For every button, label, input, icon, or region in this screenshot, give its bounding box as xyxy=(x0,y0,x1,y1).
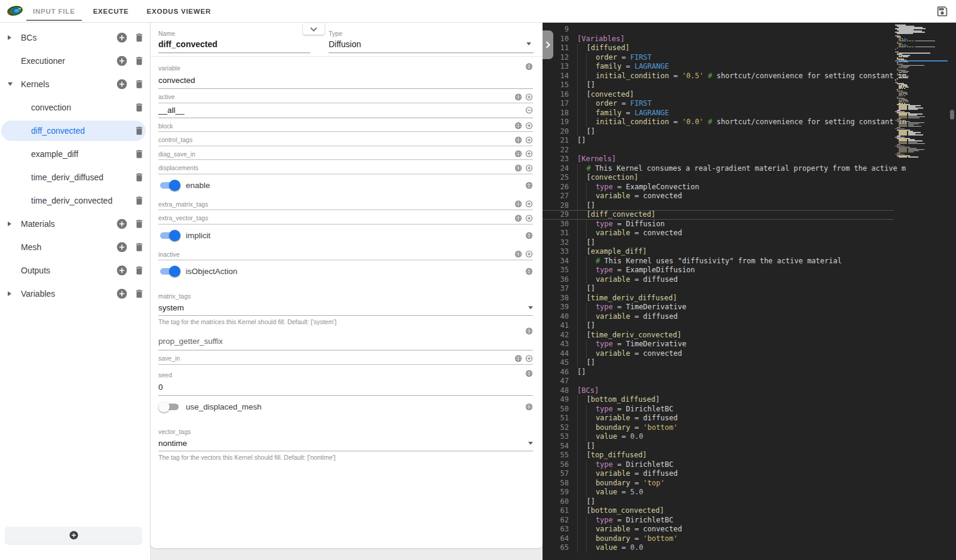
add-subblock-button[interactable] xyxy=(115,54,128,67)
delete-block-button[interactable] xyxy=(133,287,146,300)
code-line-65[interactable]: 65 value = 0.0 xyxy=(543,543,894,553)
code-line-13[interactable]: 13 family = LAGRANGE xyxy=(543,62,894,72)
code-line-39[interactable]: 39 type = TimeDerivative xyxy=(543,303,894,312)
code-line-44[interactable]: 44 variable = convected xyxy=(543,349,894,359)
code-line-62[interactable]: 62 type = DirichletBC xyxy=(543,516,894,525)
add-subblock-button[interactable] xyxy=(115,287,128,300)
globe-icon[interactable] xyxy=(514,355,522,362)
add-item-icon[interactable] xyxy=(525,93,533,101)
delete-block-button[interactable] xyxy=(133,78,146,91)
name-field[interactable]: Name diff_convected xyxy=(158,30,310,53)
code-line-23[interactable]: 23[Kernels] xyxy=(543,155,894,164)
code-line-37[interactable]: 37 [] xyxy=(543,284,894,294)
param-seed-input[interactable]: 0 xyxy=(158,383,533,392)
code-line-28[interactable]: 28 [] xyxy=(543,201,894,211)
add-item-icon[interactable] xyxy=(525,150,533,158)
code-line-54[interactable]: 54 [] xyxy=(543,442,894,451)
add-item-icon[interactable] xyxy=(525,214,533,222)
code-line-48[interactable]: 48[BCs] xyxy=(543,386,894,396)
delete-block-button[interactable] xyxy=(133,31,146,44)
globe-icon[interactable] xyxy=(525,267,533,275)
globe-icon[interactable] xyxy=(525,232,533,239)
code-line-33[interactable]: 33 [example_diff] xyxy=(543,247,894,257)
delete-block-button[interactable] xyxy=(133,147,146,161)
code-line-56[interactable]: 56 type = DirichletBC xyxy=(543,460,894,470)
code-line-35[interactable]: 35 type = ExampleDiffusion xyxy=(543,266,894,275)
expand-arrow[interactable] xyxy=(8,221,21,226)
remove-item-icon[interactable] xyxy=(525,106,533,114)
code-line-34[interactable]: 34 # This Kernel uses "diffusivity" from… xyxy=(543,257,894,266)
add-item-icon[interactable] xyxy=(525,136,533,144)
delete-block-button[interactable] xyxy=(133,264,146,277)
code-line-45[interactable]: 45 [] xyxy=(543,358,894,368)
code-line-31[interactable]: 31 variable = convected xyxy=(543,229,894,238)
param-prop-getter-suffix-input[interactable]: prop_getter_suffix xyxy=(158,337,533,346)
code-line-30[interactable]: 30 type = Diffusion xyxy=(543,220,894,229)
add-item-icon[interactable] xyxy=(525,355,533,362)
globe-icon[interactable] xyxy=(514,214,522,222)
sidebar-item-variables[interactable]: Variables xyxy=(1,284,146,304)
code-line-32[interactable]: 32 [] xyxy=(543,238,894,248)
minimap[interactable] xyxy=(895,24,948,560)
code-line-12[interactable]: 12 order = FIRST xyxy=(543,53,894,63)
code-line-15[interactable]: 15 [] xyxy=(543,81,894,90)
code-line-59[interactable]: 59 value = 5.0 xyxy=(543,488,894,497)
tab-exodus-viewer[interactable]: EXODUS VIEWER xyxy=(147,8,212,15)
globe-icon[interactable] xyxy=(514,200,522,208)
code-line-41[interactable]: 41 [] xyxy=(543,321,894,331)
code-line-40[interactable]: 40 variable = diffused xyxy=(543,312,894,322)
sidebar-item-diff-convected[interactable]: diff_convected xyxy=(1,121,146,141)
expand-arrow[interactable] xyxy=(8,35,21,40)
code-line-22[interactable]: 22 xyxy=(543,146,894,155)
globe-icon[interactable] xyxy=(514,122,522,130)
expand-arrow[interactable] xyxy=(8,82,21,86)
add-item-icon[interactable] xyxy=(525,250,533,258)
code-line-46[interactable]: 46[] xyxy=(543,368,894,377)
triangle-right-icon[interactable] xyxy=(8,221,11,226)
add-block-button[interactable] xyxy=(5,527,142,544)
expand-panel-button[interactable] xyxy=(543,30,553,59)
sidebar-item-time-deriv-diffused[interactable]: time_deriv_diffused xyxy=(1,167,146,187)
type-select[interactable]: Type Diffusion xyxy=(329,30,534,53)
triangle-right-icon[interactable] xyxy=(8,35,11,40)
scrollbar-thumb[interactable] xyxy=(950,110,954,119)
code-line-42[interactable]: 42 [time_deriv_convected] xyxy=(543,331,894,340)
code-line-64[interactable]: 64 boundary = 'bottom' xyxy=(543,534,894,544)
editor-scrollbar[interactable] xyxy=(948,23,956,560)
add-item-icon[interactable] xyxy=(525,200,533,208)
code-line-19[interactable]: 19 initial_condition = '0.0' # shortcut/… xyxy=(543,118,894,127)
code-line-49[interactable]: 49 [bottom_diffused] xyxy=(543,395,894,405)
code-line-38[interactable]: 38 [time_deriv_diffused] xyxy=(543,294,894,303)
sidebar-item-bcs[interactable]: BCs xyxy=(1,27,146,48)
globe-icon[interactable] xyxy=(525,63,533,70)
globe-icon[interactable] xyxy=(525,181,533,189)
param-use-displaced-mesh-toggle[interactable] xyxy=(158,401,180,413)
code-line-18[interactable]: 18 family = LAGRANGE xyxy=(543,109,894,118)
add-subblock-button[interactable] xyxy=(115,264,128,277)
tab-execute[interactable]: EXECUTE xyxy=(93,8,129,15)
code-line-53[interactable]: 53 value = 0.0 xyxy=(543,432,894,442)
code-line-50[interactable]: 50 type = DirichletBC xyxy=(543,405,894,414)
param-active-input[interactable]: __all__ xyxy=(158,106,185,115)
add-item-icon[interactable] xyxy=(525,122,533,130)
code-line-20[interactable]: 20 [] xyxy=(543,127,894,137)
delete-block-button[interactable] xyxy=(133,194,146,207)
delete-block-button[interactable] xyxy=(133,54,146,67)
code-line-58[interactable]: 58 boundary = 'top' xyxy=(543,479,894,488)
add-subblock-button[interactable] xyxy=(115,31,128,44)
sidebar-item-kernels[interactable]: Kernels xyxy=(1,74,146,94)
globe-icon[interactable] xyxy=(514,164,522,172)
param-matrix-tags-select[interactable]: matrix_tags system xyxy=(158,282,533,316)
code-line-24[interactable]: 24 # This Kernel consumes a real-gradien… xyxy=(543,164,894,174)
globe-icon[interactable] xyxy=(525,370,533,377)
triangle-down-icon[interactable] xyxy=(8,82,13,86)
param-vector-tags-select[interactable]: vector_tags nontime xyxy=(158,418,533,451)
param-enable-toggle[interactable] xyxy=(158,179,180,191)
globe-icon[interactable] xyxy=(514,93,522,101)
code-line-61[interactable]: 61 [bottom_convected] xyxy=(543,506,894,516)
code-line-51[interactable]: 51 variable = diffused xyxy=(543,414,894,423)
name-field-value[interactable]: diff_convected xyxy=(158,39,310,49)
delete-block-button[interactable] xyxy=(133,171,146,184)
code-editor[interactable]: 910[Variables]11 [diffused]12 order = FI… xyxy=(543,23,956,560)
code-line-9[interactable]: 9 xyxy=(543,25,894,35)
